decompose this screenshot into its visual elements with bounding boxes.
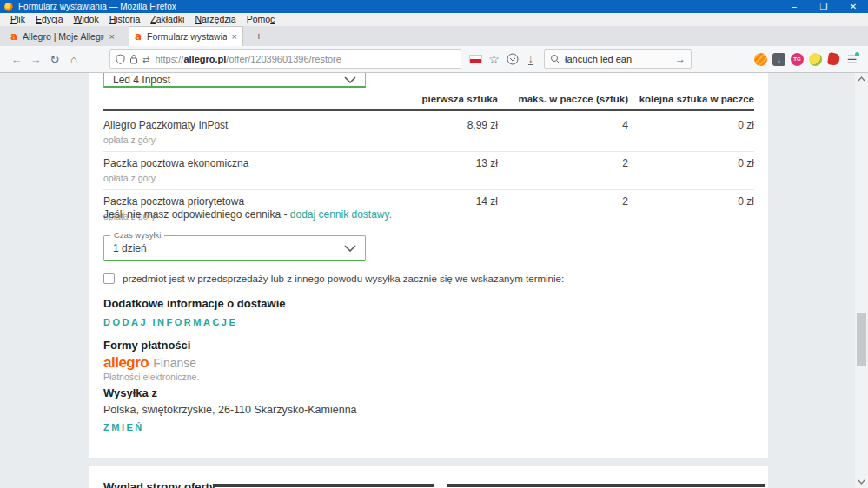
clipped-section-heading: Wygląd strony oferty — [103, 480, 215, 488]
price-list-select-value: Led 4 Inpost — [113, 74, 170, 86]
pocket-icon[interactable] — [503, 49, 521, 69]
tg-extension-icon[interactable]: TG — [788, 49, 806, 69]
add-price-list-link[interactable]: dodaj cennik dostawy. — [290, 208, 392, 221]
shield-icon[interactable] — [116, 54, 125, 64]
delivery-section-card: Led 4 Inpost pierwsza sztuka maks. w pac… — [89, 73, 768, 458]
shipping-time-label: Czas wysyłki — [110, 230, 164, 240]
menu-edycja[interactable]: Edycja — [30, 13, 69, 26]
max-per-package: 2 — [498, 195, 628, 221]
menu-pomoc[interactable]: Pomoc — [242, 13, 281, 26]
next-item-price: 0 zł — [628, 119, 754, 145]
extension-icons: ↓ TG ☰ — [752, 49, 861, 69]
tab-label: Formularz wystawiania — [147, 31, 226, 42]
minimize-button[interactable]: – — [779, 0, 809, 13]
home-icon[interactable]: ⌂ — [64, 49, 83, 69]
tab-formularz-wystawiania[interactable]: a Formularz wystawiania × — [129, 26, 243, 46]
menu-widok[interactable]: Widok — [68, 13, 103, 26]
max-per-package: 4 — [498, 119, 628, 145]
menu-narzedzia[interactable]: Narzędzia — [189, 13, 241, 26]
ship-from-heading: Wysyłka z — [103, 386, 157, 399]
tab-close-icon[interactable]: × — [227, 31, 237, 42]
additional-info-heading: Dodatkowe informacje o dostawie — [103, 297, 286, 310]
bookmark-star-icon[interactable]: ☆ — [485, 49, 503, 69]
address-bar[interactable]: ⇄ https://allegro.pl/offer/12039601396/r… — [109, 49, 461, 69]
downloads-icon[interactable]: ↓ — [521, 49, 540, 69]
shipping-method-name: Allegro Paczkomaty InPost — [103, 119, 368, 131]
poland-flag-icon[interactable] — [467, 49, 485, 69]
change-address-button[interactable]: ZMIEŃ — [103, 422, 144, 432]
menu-bar: Plik Edycja Widok Historia Zakładki Narz… — [0, 13, 868, 26]
search-input[interactable]: łańcuch led ean → — [544, 49, 692, 69]
back-icon[interactable]: ← — [7, 49, 26, 69]
shipping-time-value: 1 dzień — [113, 242, 147, 254]
table-row: Paczka pocztowa ekonomiczna opłata z gór… — [103, 152, 754, 190]
editor-toolbar-edge — [213, 484, 434, 487]
video-download-extension-icon[interactable]: ↓ — [770, 49, 788, 69]
table-row: Allegro Paczkomaty InPost opłata z góry … — [103, 114, 754, 152]
payment-note: opłata z góry — [103, 135, 368, 145]
scroll-down-icon[interactable] — [855, 476, 868, 488]
ship-from-address: Polska, świętokrzyskie, 26-110 Skarżysko… — [103, 404, 357, 416]
forward-icon[interactable]: → — [26, 49, 45, 69]
next-item-price: 0 zł — [628, 195, 754, 221]
update-badge — [855, 52, 859, 56]
column-header-max-per-package: maks. w paczce (sztuk) — [498, 94, 628, 104]
menu-plik[interactable]: Plik — [5, 13, 30, 26]
url-text[interactable]: https://allegro.pl/offer/12039601396/res… — [155, 54, 341, 64]
tab-label: Allegro | Moje Allegro — [23, 31, 103, 42]
max-per-package: 2 — [498, 157, 628, 183]
lock-icon[interactable] — [129, 54, 138, 64]
search-go-icon[interactable]: → — [675, 53, 686, 65]
close-button[interactable]: ✕ — [838, 0, 868, 13]
first-item-price: 13 zł — [368, 157, 498, 183]
smiley-extension-icon[interactable] — [806, 49, 825, 69]
new-tab-button[interactable]: + — [255, 27, 262, 46]
pricing-hint: Jeśli nie masz odpowiedniego cennika - d… — [103, 208, 392, 221]
menu-zakladki[interactable]: Zakładki — [145, 13, 189, 26]
scroll-up-icon[interactable] — [855, 73, 868, 85]
payment-methods-heading: Formy płatności — [103, 339, 190, 352]
tab-close-icon[interactable]: × — [104, 31, 115, 42]
menu-icon[interactable]: ☰ — [843, 49, 861, 69]
search-icon — [550, 54, 560, 64]
chevron-down-icon — [344, 76, 356, 83]
finanse-label: Finanse — [153, 356, 196, 370]
column-header-first-item: pierwsza sztuka — [368, 94, 498, 104]
reload-icon[interactable]: ↻ — [45, 49, 64, 69]
vertical-scrollbar[interactable] — [855, 73, 868, 488]
presale-checkbox[interactable] — [103, 273, 115, 284]
allegro-favicon: a — [135, 30, 142, 43]
add-info-button[interactable]: DODAJ INFORMACJE — [103, 317, 237, 327]
maximize-button[interactable]: ❐ — [809, 0, 838, 13]
payment-description: Płatności elektroniczne. — [103, 372, 199, 382]
price-list-select[interactable]: Led 4 Inpost — [103, 73, 366, 88]
allegro-logo: allegro — [103, 354, 149, 372]
next-section-card: Wygląd strony oferty — [89, 466, 768, 488]
editor-toolbar-edge — [447, 484, 765, 487]
shipping-table-header: pierwsza sztuka maks. w paczce (sztuk) k… — [103, 94, 754, 111]
menu-historia[interactable]: Historia — [104, 13, 146, 26]
page-content: Led 4 Inpost pierwsza sztuka maks. w pac… — [0, 73, 868, 488]
payment-note: opłata z góry — [103, 173, 368, 183]
first-item-price: 8.99 zł — [368, 119, 498, 145]
column-header-next-item: kolejna sztuka w paczce — [628, 94, 754, 104]
allegro-favicon: a — [10, 30, 17, 43]
scrollbar-thumb[interactable] — [857, 313, 866, 366]
firefox-icon — [4, 3, 13, 11]
allegro-finanse-logo: allegro Finanse — [103, 354, 196, 372]
thumbs-down-extension-icon[interactable] — [825, 49, 843, 69]
next-item-price: 0 zł — [628, 157, 754, 183]
search-query: łańcuch led ean — [565, 54, 675, 64]
permissions-icon[interactable]: ⇄ — [142, 55, 149, 64]
presale-checkbox-row: przedmiot jest w przedsprzedaży lub z in… — [103, 273, 564, 284]
window-titlebar: Formularz wystawiania — Mozilla Firefox … — [0, 0, 868, 13]
tab-moje-allegro[interactable]: a Allegro | Moje Allegro × — [5, 26, 120, 46]
presale-checkbox-label: przedmiot jest w przedsprzedaży lub z in… — [123, 273, 564, 284]
adblock-extension-icon[interactable] — [752, 49, 770, 69]
shipping-method-name: Paczka pocztowa ekonomiczna — [103, 157, 368, 169]
tab-bar: a Allegro | Moje Allegro × a Formularz w… — [0, 26, 868, 46]
chevron-down-icon — [344, 245, 356, 252]
shipping-method-name: Paczka pocztowa priorytetowa — [103, 195, 368, 208]
window-title: Formularz wystawiania — Mozilla Firefox — [18, 2, 779, 11]
navigation-toolbar: ← → ↻ ⌂ ⇄ https://allegro.pl/offer/12039… — [0, 46, 868, 73]
